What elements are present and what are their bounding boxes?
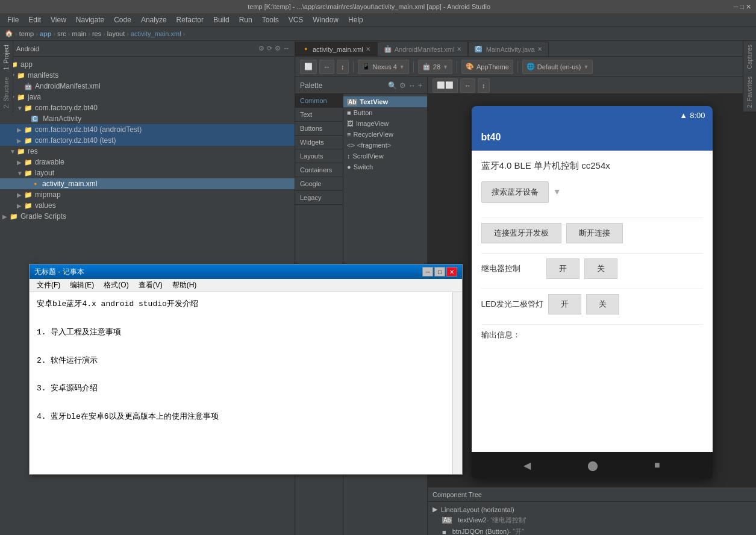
notepad-menu-edit[interactable]: 编辑(E) — [65, 279, 99, 292]
palette-cat-buttons[interactable]: Buttons — [295, 122, 343, 136]
bottom-item-btnjdqon[interactable]: ■ btnJDQOn (Button)- "开" — [433, 526, 751, 535]
tree-item-androidtest[interactable]: ▶ 📁 com.factory.dz.bt40 (androidTest) — [0, 124, 295, 135]
tab-activity-main[interactable]: 🔸 activity_main.xml ✕ — [295, 42, 377, 56]
tree-item-mainactivity[interactable]: C MainActivity — [0, 113, 295, 124]
relay-off-btn[interactable]: 关 — [584, 258, 617, 279]
bottom-item-textview2[interactable]: Ab textView2- '继电器控制' — [433, 515, 751, 526]
palette-item-button[interactable]: ■ Button — [343, 107, 427, 118]
menu-tools[interactable]: Tools — [257, 14, 284, 25]
palette-cat-containers[interactable]: Containers — [295, 163, 343, 177]
settings-icon[interactable]: ⚙ — [275, 45, 281, 52]
add-icon[interactable]: + — [418, 81, 422, 90]
notepad-menu-help[interactable]: 帮助(H) — [167, 279, 202, 292]
palette-item-recyclerview[interactable]: ≡ RecyclerView — [343, 129, 427, 140]
menu-navigate[interactable]: Navigate — [71, 14, 109, 25]
tree-item-mipmap[interactable]: ▶ 📁 mipmap — [0, 189, 295, 200]
breadcrumb-src[interactable]: src — [57, 30, 66, 37]
tree-item-java[interactable]: ▼ 📁 java — [0, 92, 295, 102]
menu-edit[interactable]: Edit — [23, 14, 46, 25]
api-dropdown[interactable]: 🤖 28 ▼ — [418, 60, 452, 74]
expand-icon[interactable]: ↔ — [283, 45, 290, 52]
design-mode-btn[interactable]: ⬜ — [300, 60, 317, 74]
palette-item-fragment[interactable]: <> <fragment> — [343, 140, 427, 151]
palette-item-scrollview[interactable]: ↕ ScrollView — [343, 151, 427, 161]
menu-refactor[interactable]: Refactor — [172, 14, 208, 25]
breadcrumb-file[interactable]: activity_main.xml — [131, 30, 181, 37]
menu-analyze[interactable]: Analyze — [136, 14, 172, 25]
sync-icon[interactable]: ⟳ — [267, 45, 272, 52]
captures-tab[interactable]: Captures — [745, 41, 754, 73]
recent-nav-icon[interactable]: ■ — [654, 460, 660, 471]
menu-code[interactable]: Code — [109, 14, 136, 25]
notepad-minimize-btn[interactable]: ─ — [422, 267, 433, 277]
notepad-menu-format[interactable]: 格式(O) — [99, 279, 133, 292]
tab-mainactivity[interactable]: C MainActivity.java ✕ — [468, 42, 548, 56]
breadcrumb-temp[interactable]: temp — [19, 30, 34, 37]
notepad-menu-view[interactable]: 查看(V) — [134, 279, 167, 292]
tab-close-icon[interactable]: ✕ — [537, 46, 542, 52]
palette-cat-google[interactable]: Google — [295, 177, 343, 191]
palette-cat-legacy[interactable]: Legacy — [295, 191, 343, 205]
palette-cat-common[interactable]: Common — [295, 94, 343, 108]
align-horizontal-btn[interactable]: ↔ — [460, 78, 475, 93]
tree-item-app[interactable]: ▼ 📁 app — [0, 59, 295, 70]
breadcrumb-main[interactable]: main — [72, 30, 86, 37]
tree-item-manifests[interactable]: ▼ 📁 manifests — [0, 70, 295, 81]
menu-help[interactable]: Help — [343, 14, 368, 25]
palette-item-textview[interactable]: Ab TextView — [343, 96, 427, 107]
relay-on-btn[interactable]: 开 — [546, 258, 579, 279]
menu-build[interactable]: Build — [208, 14, 234, 25]
bottom-item-linearlayout[interactable]: ▶ LinearLayout (horizontal) — [433, 504, 751, 515]
palette-cat-layouts[interactable]: Layouts — [295, 149, 343, 163]
tree-item-androidmanifest[interactable]: 🤖 AndroidManifest.xml — [0, 81, 295, 92]
notepad-menu-file[interactable]: 文件(F) — [32, 279, 65, 292]
locale-dropdown[interactable]: 🌐 Default (en-us) ▼ — [522, 60, 593, 74]
palette-cat-widgets[interactable]: Widgets — [295, 136, 343, 149]
notepad-maximize-btn[interactable]: □ — [434, 267, 445, 277]
tree-item-drawable[interactable]: ▶ 📁 drawable — [0, 157, 295, 167]
menu-vcs[interactable]: VCS — [284, 14, 308, 25]
tree-item-res[interactable]: ▼ 📁 res — [0, 146, 295, 157]
search-bluetooth-btn[interactable]: 搜索蓝牙设备 — [481, 181, 549, 203]
vertical-btn[interactable]: ↕ — [337, 60, 349, 74]
nexus-dropdown[interactable]: 📱 Nexus 4 ▼ — [358, 60, 409, 74]
tab-close-icon[interactable]: ✕ — [366, 46, 370, 52]
tab-close-icon[interactable]: ✕ — [457, 46, 461, 52]
tree-item-test[interactable]: ▶ 📁 com.factory.dz.bt40 (test) — [0, 135, 295, 146]
notepad-close-btn[interactable]: ✕ — [446, 267, 457, 277]
palette-cat-text[interactable]: Text — [295, 108, 343, 122]
tree-item-gradle[interactable]: ▶ 📁 Gradle Scripts — [0, 211, 295, 222]
gear-icon[interactable]: ⚙ — [399, 81, 406, 90]
split-view-btn[interactable]: ⬜⬜ — [433, 78, 458, 93]
connect-btn[interactable]: 连接蓝牙开发板 — [481, 223, 561, 243]
menu-run[interactable]: Run — [234, 14, 257, 25]
breadcrumb-layout[interactable]: layout — [107, 30, 125, 37]
tree-item-package[interactable]: ▼ 📁 com.factory.dz.bt40 — [0, 102, 295, 113]
search-icon[interactable]: 🔍 — [388, 81, 397, 90]
align-vertical-btn[interactable]: ↕ — [478, 78, 490, 93]
project-tab[interactable]: 1: Project — [2, 41, 11, 74]
menu-view[interactable]: View — [46, 14, 71, 25]
tab-androidmanifest[interactable]: 🤖 AndroidManifest.xml ✕ — [377, 42, 469, 56]
breadcrumb-res[interactable]: res — [92, 30, 101, 37]
palette-item-switch[interactable]: ● Switch — [343, 161, 427, 172]
gear-icon[interactable]: ⚙ — [258, 45, 264, 52]
orientation-btn[interactable]: ↔ — [319, 60, 334, 74]
home-nav-icon[interactable]: ⬤ — [587, 460, 598, 471]
breadcrumb-app[interactable]: app — [40, 30, 52, 37]
notepad-scrollbar[interactable] — [452, 292, 462, 474]
tree-item-activity-main[interactable]: 🔸 activity_main.xml — [0, 178, 295, 189]
led-on-btn[interactable]: 开 — [548, 294, 581, 314]
structure-tab[interactable]: 2: Structure — [2, 74, 11, 112]
tree-item-values[interactable]: ▶ 📁 values — [0, 200, 295, 211]
notepad-content[interactable]: 安卓ble蓝牙4.x android studio开发介绍 1. 导入工程及注意… — [30, 292, 452, 474]
menu-window[interactable]: Window — [308, 14, 343, 25]
expand-icon[interactable]: ↔ — [408, 81, 416, 90]
menu-file[interactable]: File — [2, 14, 23, 25]
theme-dropdown[interactable]: 🎨 AppTheme — [461, 60, 513, 74]
tree-item-layout[interactable]: ▼ 📁 layout — [0, 167, 295, 178]
back-nav-icon[interactable]: ◀ — [523, 460, 531, 471]
disconnect-btn[interactable]: 断开连接 — [566, 223, 623, 243]
led-off-btn[interactable]: 关 — [586, 294, 619, 314]
palette-item-imageview[interactable]: 🖼 ImageView — [343, 118, 427, 129]
